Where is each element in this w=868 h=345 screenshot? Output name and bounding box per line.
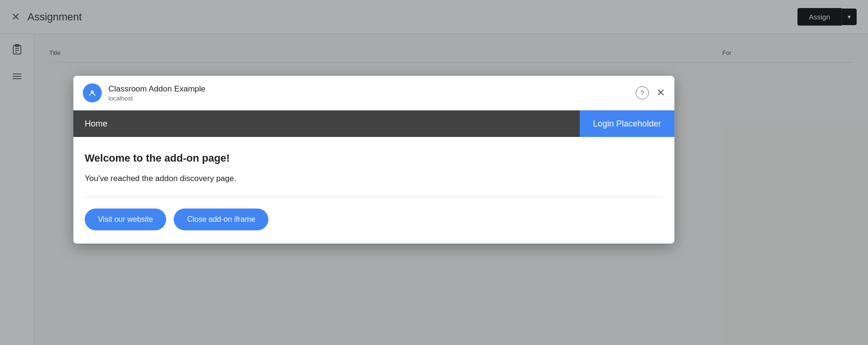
modal-actions: Visit our website Close add-on iframe bbox=[85, 209, 663, 230]
modal-dialog: Classroom Addon Example localhost ? ✕ Ho… bbox=[73, 76, 674, 244]
close-iframe-button[interactable]: Close add-on iframe bbox=[174, 209, 268, 230]
nav-home-button[interactable]: Home bbox=[73, 110, 580, 137]
addon-icon bbox=[83, 83, 102, 102]
help-icon[interactable]: ? bbox=[636, 86, 649, 100]
modal-header-right: ? ✕ bbox=[636, 86, 665, 100]
modal-divider bbox=[85, 197, 663, 197]
modal-app-url: localhost bbox=[108, 95, 205, 102]
welcome-heading: Welcome to the add-on page! bbox=[85, 152, 663, 164]
nav-login-button[interactable]: Login Placeholder bbox=[580, 110, 674, 137]
visit-website-button[interactable]: Visit our website bbox=[85, 209, 166, 230]
svg-point-9 bbox=[91, 91, 94, 93]
modal-header: Classroom Addon Example localhost ? ✕ bbox=[73, 76, 674, 110]
modal-app-name: Classroom Addon Example bbox=[108, 84, 205, 94]
modal-header-left: Classroom Addon Example localhost bbox=[83, 83, 205, 102]
modal-close-icon[interactable]: ✕ bbox=[656, 87, 665, 99]
modal-body: Welcome to the add-on page! You've reach… bbox=[73, 137, 674, 244]
modal-nav: Home Login Placeholder bbox=[73, 110, 674, 137]
discovery-text: You've reached the addon discovery page. bbox=[85, 174, 663, 183]
modal-app-info: Classroom Addon Example localhost bbox=[108, 84, 205, 102]
